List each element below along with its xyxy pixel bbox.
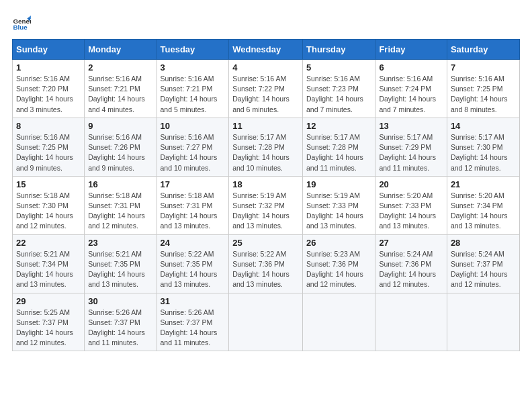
day-info: Sunrise: 5:16 AMSunset: 7:23 PMDaylight:… — [306, 74, 371, 115]
day-number: 24 — [161, 238, 226, 248]
day-number: 6 — [379, 62, 443, 73]
day-number: 27 — [379, 238, 443, 248]
day-info: Sunrise: 5:24 AMSunset: 7:37 PMDaylight:… — [451, 249, 516, 290]
day-info: Sunrise: 5:23 AMSunset: 7:36 PMDaylight:… — [306, 249, 371, 290]
day-number: 21 — [451, 179, 516, 189]
day-info: Sunrise: 5:16 AMSunset: 7:20 PMDaylight:… — [16, 74, 81, 115]
day-info: Sunrise: 5:16 AMSunset: 7:21 PMDaylight:… — [88, 74, 152, 115]
header-cell-wednesday: Wednesday — [229, 40, 303, 60]
day-number: 19 — [306, 179, 371, 189]
day-number: 23 — [88, 238, 152, 248]
header-row: SundayMondayTuesdayWednesdayThursdayFrid… — [13, 40, 520, 60]
day-cell: 16 Sunrise: 5:18 AMSunset: 7:31 PMDaylig… — [85, 176, 157, 234]
day-number: 14 — [451, 121, 516, 131]
day-cell: 8 Sunrise: 5:16 AMSunset: 7:25 PMDayligh… — [13, 118, 85, 176]
day-number: 4 — [232, 62, 299, 73]
day-info: Sunrise: 5:18 AMSunset: 7:30 PMDaylight:… — [16, 191, 81, 232]
day-info: Sunrise: 5:16 AMSunset: 7:25 PMDaylight:… — [16, 132, 81, 173]
day-cell: 20 Sunrise: 5:20 AMSunset: 7:33 PMDaylig… — [375, 176, 447, 234]
day-cell — [447, 293, 519, 351]
day-number: 20 — [379, 179, 443, 189]
day-number: 7 — [451, 62, 516, 73]
day-cell: 15 Sunrise: 5:18 AMSunset: 7:30 PMDaylig… — [13, 176, 85, 234]
day-number: 13 — [379, 121, 443, 131]
day-cell: 19 Sunrise: 5:19 AMSunset: 7:33 PMDaylig… — [303, 176, 375, 234]
day-info: Sunrise: 5:25 AMSunset: 7:37 PMDaylight:… — [16, 308, 81, 349]
day-cell: 10 Sunrise: 5:16 AMSunset: 7:27 PMDaylig… — [157, 118, 229, 176]
day-number: 22 — [16, 238, 81, 248]
day-cell: 1 Sunrise: 5:16 AMSunset: 7:20 PMDayligh… — [13, 60, 85, 118]
header-cell-tuesday: Tuesday — [157, 40, 229, 60]
day-number: 15 — [16, 179, 81, 189]
day-cell: 21 Sunrise: 5:20 AMSunset: 7:34 PMDaylig… — [447, 176, 519, 234]
day-info: Sunrise: 5:16 AMSunset: 7:22 PMDaylight:… — [232, 74, 299, 115]
day-info: Sunrise: 5:26 AMSunset: 7:37 PMDaylight:… — [88, 308, 152, 349]
day-info: Sunrise: 5:24 AMSunset: 7:36 PMDaylight:… — [379, 249, 443, 290]
day-cell: 7 Sunrise: 5:16 AMSunset: 7:25 PMDayligh… — [447, 60, 519, 118]
day-number: 16 — [88, 179, 152, 189]
day-number: 30 — [88, 296, 152, 306]
day-cell: 31 Sunrise: 5:26 AMSunset: 7:37 PMDaylig… — [157, 293, 229, 351]
day-info: Sunrise: 5:21 AMSunset: 7:35 PMDaylight:… — [88, 249, 152, 290]
day-cell: 14 Sunrise: 5:17 AMSunset: 7:30 PMDaylig… — [447, 118, 519, 176]
day-info: Sunrise: 5:21 AMSunset: 7:34 PMDaylight:… — [16, 249, 81, 290]
header-cell-sunday: Sunday — [13, 40, 85, 60]
page: General Blue SundayMondayTuesdayWednesda… — [0, 0, 532, 411]
header-cell-friday: Friday — [375, 40, 447, 60]
day-info: Sunrise: 5:16 AMSunset: 7:25 PMDaylight:… — [451, 74, 516, 115]
day-cell: 11 Sunrise: 5:17 AMSunset: 7:28 PMDaylig… — [229, 118, 303, 176]
day-cell: 25 Sunrise: 5:22 AMSunset: 7:36 PMDaylig… — [229, 234, 303, 293]
day-number: 25 — [232, 238, 299, 248]
day-info: Sunrise: 5:18 AMSunset: 7:31 PMDaylight:… — [88, 191, 152, 232]
day-cell: 4 Sunrise: 5:16 AMSunset: 7:22 PMDayligh… — [229, 60, 303, 118]
day-info: Sunrise: 5:18 AMSunset: 7:31 PMDaylight:… — [161, 191, 226, 232]
day-info: Sunrise: 5:17 AMSunset: 7:28 PMDaylight:… — [306, 132, 371, 173]
day-cell: 22 Sunrise: 5:21 AMSunset: 7:34 PMDaylig… — [13, 234, 85, 293]
calendar-table: SundayMondayTuesdayWednesdayThursdayFrid… — [12, 39, 520, 351]
week-row-1: 1 Sunrise: 5:16 AMSunset: 7:20 PMDayligh… — [13, 60, 520, 118]
day-number: 10 — [161, 121, 226, 131]
day-cell — [375, 293, 447, 351]
day-info: Sunrise: 5:19 AMSunset: 7:33 PMDaylight:… — [306, 191, 371, 232]
day-cell: 24 Sunrise: 5:22 AMSunset: 7:35 PMDaylig… — [157, 234, 229, 293]
header-cell-monday: Monday — [85, 40, 157, 60]
day-number: 9 — [88, 121, 152, 131]
header-cell-thursday: Thursday — [303, 40, 375, 60]
day-cell: 29 Sunrise: 5:25 AMSunset: 7:37 PMDaylig… — [13, 293, 85, 351]
day-cell: 27 Sunrise: 5:24 AMSunset: 7:36 PMDaylig… — [375, 234, 447, 293]
day-cell: 30 Sunrise: 5:26 AMSunset: 7:37 PMDaylig… — [85, 293, 157, 351]
day-number: 12 — [306, 121, 371, 131]
day-cell — [303, 293, 375, 351]
day-cell: 18 Sunrise: 5:19 AMSunset: 7:32 PMDaylig… — [229, 176, 303, 234]
day-info: Sunrise: 5:17 AMSunset: 7:30 PMDaylight:… — [451, 132, 516, 173]
day-number: 18 — [232, 179, 299, 189]
day-cell: 2 Sunrise: 5:16 AMSunset: 7:21 PMDayligh… — [85, 60, 157, 118]
day-info: Sunrise: 5:20 AMSunset: 7:34 PMDaylight:… — [451, 191, 516, 232]
day-number: 2 — [88, 62, 152, 73]
day-number: 1 — [16, 62, 81, 73]
day-cell: 5 Sunrise: 5:16 AMSunset: 7:23 PMDayligh… — [303, 60, 375, 118]
week-row-3: 15 Sunrise: 5:18 AMSunset: 7:30 PMDaylig… — [13, 176, 520, 234]
day-cell: 26 Sunrise: 5:23 AMSunset: 7:36 PMDaylig… — [303, 234, 375, 293]
day-info: Sunrise: 5:22 AMSunset: 7:36 PMDaylight:… — [232, 249, 299, 290]
week-row-2: 8 Sunrise: 5:16 AMSunset: 7:25 PMDayligh… — [13, 118, 520, 176]
day-info: Sunrise: 5:20 AMSunset: 7:33 PMDaylight:… — [379, 191, 443, 232]
day-cell: 13 Sunrise: 5:17 AMSunset: 7:29 PMDaylig… — [375, 118, 447, 176]
day-cell: 23 Sunrise: 5:21 AMSunset: 7:35 PMDaylig… — [85, 234, 157, 293]
day-info: Sunrise: 5:16 AMSunset: 7:27 PMDaylight:… — [161, 132, 226, 173]
day-info: Sunrise: 5:16 AMSunset: 7:26 PMDaylight:… — [88, 132, 152, 173]
svg-text:Blue: Blue — [13, 24, 28, 31]
header-area: General Blue — [12, 12, 520, 34]
header-cell-saturday: Saturday — [447, 40, 519, 60]
logo-icon: General Blue — [12, 15, 31, 34]
day-info: Sunrise: 5:16 AMSunset: 7:21 PMDaylight:… — [161, 74, 226, 115]
day-info: Sunrise: 5:26 AMSunset: 7:37 PMDaylight:… — [161, 308, 226, 349]
day-cell — [229, 293, 303, 351]
day-info: Sunrise: 5:17 AMSunset: 7:28 PMDaylight:… — [232, 132, 299, 173]
day-cell: 28 Sunrise: 5:24 AMSunset: 7:37 PMDaylig… — [447, 234, 519, 293]
day-number: 26 — [306, 238, 371, 248]
day-info: Sunrise: 5:22 AMSunset: 7:35 PMDaylight:… — [161, 249, 226, 290]
day-number: 8 — [16, 121, 81, 131]
day-cell: 9 Sunrise: 5:16 AMSunset: 7:26 PMDayligh… — [85, 118, 157, 176]
day-number: 31 — [161, 296, 226, 306]
